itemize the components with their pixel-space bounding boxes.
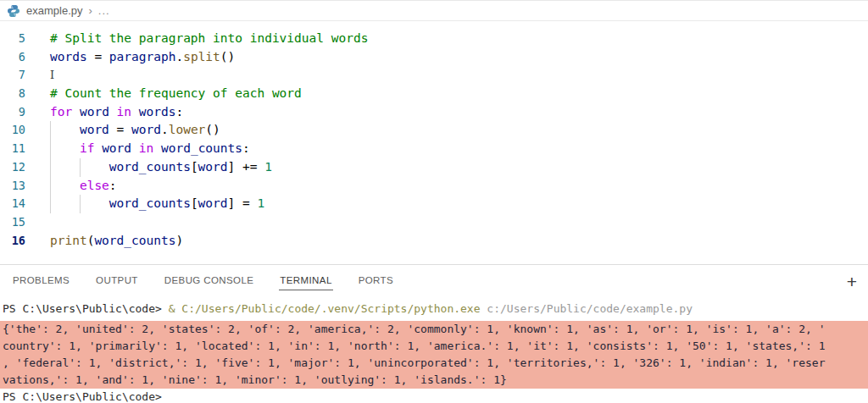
tab-problems[interactable]: PROBLEMS [12, 272, 70, 290]
indent-guide [50, 121, 51, 140]
code-line[interactable]: 8# Count the frequency of each word [0, 85, 868, 103]
breadcrumb[interactable]: example.py › ... [0, 0, 868, 21]
line-number[interactable]: 14 [0, 195, 25, 213]
line-number[interactable]: 12 [0, 158, 25, 177]
python-file-icon [7, 4, 20, 18]
chevron-right-icon: › [88, 4, 92, 17]
code-token [94, 141, 102, 155]
code-token: # Split the paragraph into individual wo… [50, 31, 368, 45]
line-number[interactable]: 10 [0, 121, 25, 140]
code-token: word [131, 123, 161, 136]
code-token [109, 105, 117, 119]
code-token: in [139, 141, 153, 155]
code-text: words = paragraph.split() [50, 48, 235, 67]
line-number[interactable]: 11 [0, 140, 25, 158]
code-editor[interactable]: 5# Split the paragraph into individual w… [0, 21, 868, 264]
code-token [131, 141, 139, 155]
code-token [131, 105, 139, 119]
line-number[interactable]: 8 [0, 85, 25, 103]
line-number[interactable]: 13 [0, 177, 25, 196]
tab-debug-console[interactable]: DEBUG CONSOLE [164, 272, 255, 290]
code-token [102, 50, 109, 63]
tab-terminal[interactable]: TERMINAL [279, 272, 332, 290]
code-token: : [109, 179, 117, 192]
tab-output[interactable]: OUTPUT [95, 272, 139, 290]
panel-tab-bar: PROBLEMS OUTPUT DEBUG CONSOLE TERMINAL P… [0, 264, 868, 296]
code-token: for [50, 105, 72, 119]
code-token: lower [169, 123, 206, 136]
terminal-panel[interactable]: PS C:\Users\Public\code> & C:/Users/Publ… [0, 296, 868, 403]
line-number[interactable]: 16 [0, 232, 25, 251]
code-text: word = word.lower() [50, 121, 220, 140]
indent-guide [50, 140, 51, 158]
code-line[interactable]: 16print(word_counts) [0, 232, 868, 251]
code-line[interactable]: 6words = paragraph.split() [0, 48, 868, 67]
code-token: words [139, 105, 176, 119]
terminal-output: {'the': 2, 'united': 2, 'states': 2, 'of… [0, 321, 868, 389]
line-number[interactable]: 7 [0, 66, 25, 85]
code-token: () [220, 50, 235, 63]
code-token: = [117, 123, 125, 136]
code-token: word_counts [109, 160, 191, 174]
code-token [257, 160, 264, 174]
code-token: : [175, 105, 183, 119]
code-token: ] [228, 196, 242, 210]
code-text: for word in words: [50, 103, 183, 122]
code-token: ) [175, 234, 183, 247]
code-token: () [205, 123, 220, 136]
code-line[interactable]: 15 [0, 213, 868, 232]
indent-guide [50, 177, 51, 196]
code-token [72, 105, 80, 119]
line-number[interactable]: 6 [0, 48, 25, 67]
code-line[interactable]: 14 word_counts[word] = 1 [0, 195, 868, 213]
line-number[interactable]: 9 [0, 103, 25, 122]
code-token [50, 179, 80, 192]
code-token: else [80, 179, 109, 192]
terminal-command-executable: & C:/Users/Public/code/.venv/Scripts/pyt… [169, 302, 487, 315]
code-token: . [175, 50, 183, 63]
line-number[interactable]: 5 [0, 30, 25, 48]
code-line[interactable]: 11 if word in word_counts: [0, 140, 868, 158]
code-token: = [94, 50, 102, 63]
code-token: = [242, 196, 250, 210]
terminal-output-line: {'the': 2, 'united': 2, 'states': 2, 'of… [0, 321, 868, 338]
code-token [50, 123, 80, 136]
code-token: word_counts [94, 234, 175, 247]
code-token: in [117, 105, 131, 119]
breadcrumb-symbol-ellipsis[interactable]: ... [98, 4, 110, 17]
terminal-command-line: PS C:\Users\Public\code> & C:/Users/Publ… [0, 301, 868, 317]
terminal-new-prompt-line: PS C:\Users\Public\code> [0, 389, 868, 403]
code-line[interactable]: 7I [0, 66, 868, 85]
code-line[interactable]: 13 else: [0, 177, 868, 196]
line-number[interactable]: 15 [0, 213, 25, 232]
code-token: word [102, 141, 131, 155]
code-line[interactable]: 9for word in words: [0, 103, 868, 122]
code-token: print [50, 234, 87, 247]
code-token: paragraph [109, 50, 176, 63]
tab-ports[interactable]: PORTS [358, 272, 394, 290]
code-text: # Count the frequency of each word [50, 85, 302, 103]
code-text: else: [50, 177, 117, 196]
code-token: . [161, 123, 169, 136]
code-token: word [198, 196, 228, 210]
code-token: word [80, 123, 109, 136]
vscode-window: example.py › ... 5# Split the paragraph … [0, 0, 868, 403]
code-line[interactable]: 12 word_counts[word] += 1 [0, 158, 868, 177]
code-token: # Count the frequency of each word [50, 86, 302, 100]
code-token: 1 [257, 196, 264, 210]
panel-actions: + [843, 265, 861, 297]
code-token: word_counts [161, 141, 242, 155]
code-token: word [198, 160, 228, 174]
code-line[interactable]: 10 word = word.lower() [0, 121, 868, 140]
terminal-output-line: country': 1, 'primarily': 1, 'located': … [0, 338, 868, 355]
code-token: [ [191, 196, 198, 210]
new-terminal-plus-icon[interactable]: + [843, 273, 861, 290]
indent-guide [50, 158, 51, 177]
code-token: [ [191, 160, 198, 174]
terminal-command-argument: c:/Users/Public/code/example.py [487, 302, 693, 315]
code-token: ] [228, 160, 242, 174]
breadcrumb-file-name[interactable]: example.py [26, 4, 82, 17]
code-text: print(word_counts) [50, 232, 183, 251]
code-line[interactable]: 5# Split the paragraph into individual w… [0, 30, 868, 48]
code-token: word [80, 105, 109, 119]
